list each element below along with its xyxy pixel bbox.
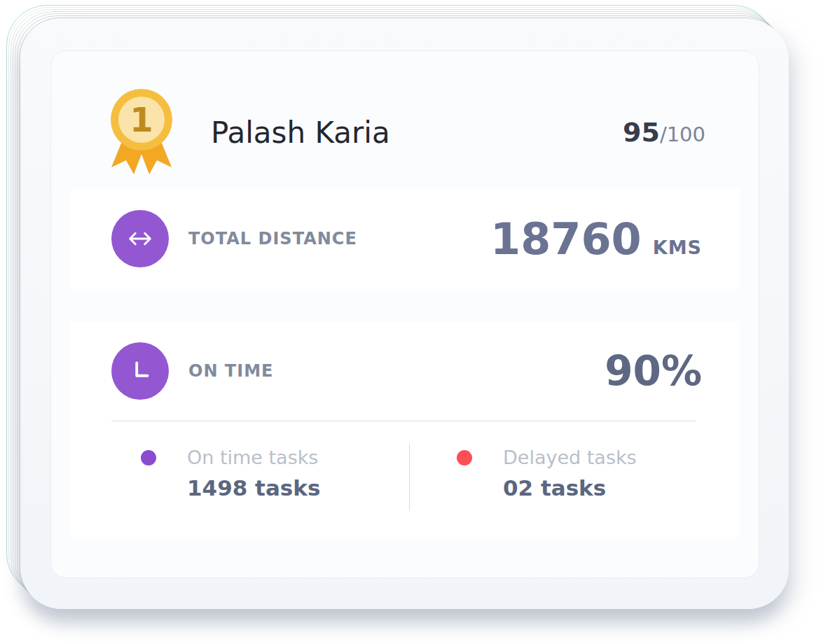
total-distance-value: 18760 KMS	[490, 214, 702, 265]
on-time-value: 90%	[605, 347, 702, 395]
delayed-tasks-column: Delayed tasks 02 tasks	[410, 447, 637, 511]
on-time-tasks-count: 1498 tasks	[187, 475, 409, 500]
driver-performance-panel: 1 Palash Karia 95 /100 TOTAL DISTANC	[50, 50, 759, 578]
on-time-tasks-column: On time tasks 1498 tasks	[111, 447, 409, 511]
on-time-row: ON TIME 90%	[71, 321, 740, 421]
clock-icon	[124, 355, 156, 387]
rank-number: 1	[130, 100, 153, 139]
on-time-label: ON TIME	[188, 361, 273, 381]
horizontal-double-arrow-icon	[124, 223, 156, 255]
total-distance-label: TOTAL DISTANCE	[188, 229, 357, 248]
driver-score: 95 /100	[623, 117, 705, 148]
on-time-tasks-header: On time tasks	[141, 447, 409, 468]
driver-name: Palash Karia	[211, 115, 390, 150]
task-breakdown: On time tasks 1498 tasks Delayed tasks 0…	[71, 447, 740, 511]
on-time-percentage: 90%	[605, 347, 702, 395]
on-time-section: ON TIME 90% On time tasks 1498 tasks	[71, 321, 740, 537]
distance-number: 18760	[490, 214, 642, 265]
section-divider	[111, 421, 696, 421]
red-dot-icon	[457, 450, 472, 465]
on-time-tasks-label: On time tasks	[187, 447, 318, 468]
distance-unit: KMS	[653, 237, 702, 258]
delayed-tasks-label: Delayed tasks	[503, 447, 637, 468]
delayed-tasks-header: Delayed tasks	[457, 447, 637, 468]
distance-icon-circle	[111, 210, 169, 267]
purple-dot-icon	[141, 450, 156, 465]
performance-card-screen: 1 Palash Karia 95 /100 TOTAL DISTANC	[0, 0, 821, 644]
total-distance-row: TOTAL DISTANCE 18760 KMS	[71, 188, 740, 289]
driver-header: 1 Palash Karia 95 /100	[104, 83, 705, 181]
on-time-icon-circle	[111, 342, 169, 400]
driver-performance-card: 1 Palash Karia 95 /100 TOTAL DISTANC	[21, 20, 789, 609]
score-denominator: /100	[660, 122, 705, 146]
delayed-tasks-count: 02 tasks	[503, 475, 637, 500]
gold-medal-rank-1-icon: 1	[104, 86, 179, 178]
score-value: 95	[623, 117, 660, 148]
